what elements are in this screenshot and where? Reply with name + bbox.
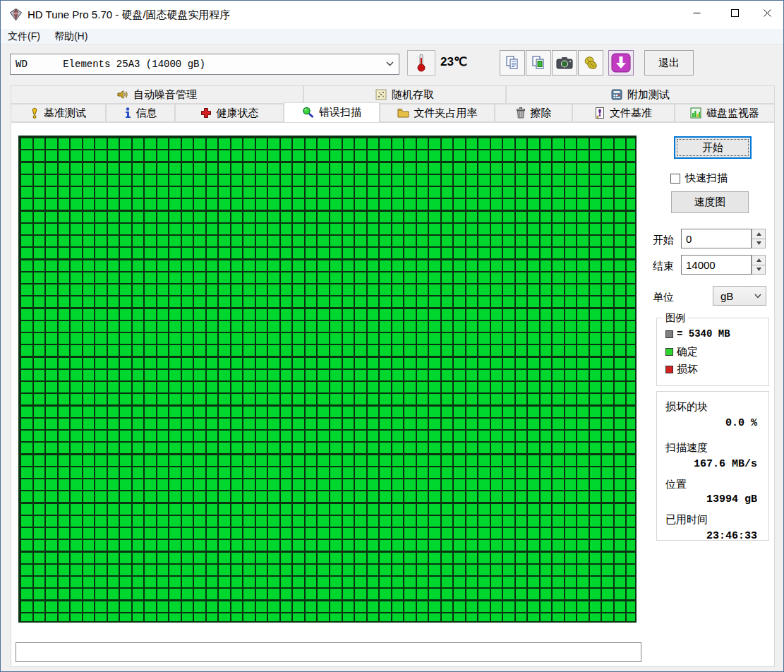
scan-block-grid	[18, 136, 637, 623]
tab-disk-monitor-label: 磁盘监视器	[706, 107, 759, 120]
app-window: HD Tune Pro 5.70 - 硬盘/固态硬盘实用程序 文件(F) 帮助(…	[0, 0, 784, 672]
tab-disk-monitor[interactable]: 磁盘监视器	[675, 104, 775, 122]
thermometer-icon	[416, 54, 426, 72]
bad-blocks-label: 损坏的块	[665, 400, 708, 414]
unit-selector[interactable]: gB	[713, 286, 766, 306]
legend-block-size: = 5340 MB	[677, 328, 730, 340]
close-button[interactable]	[751, 1, 783, 25]
tab-info-label: 信息	[136, 107, 157, 120]
tab-health-label: 健康状态	[217, 107, 259, 120]
block-swatch-icon	[665, 330, 673, 338]
tab-folder-usage-label: 文件夹占用率	[414, 107, 478, 120]
legend-bad-row: 损坏	[665, 363, 698, 376]
copy-screenshot-icon	[531, 55, 546, 71]
tab-info[interactable]: 信息	[106, 104, 175, 122]
copy-screenshot-button[interactable]	[526, 50, 551, 76]
donate-button[interactable]	[578, 50, 603, 76]
quick-scan-label: 快速扫描	[685, 172, 728, 185]
tab-health[interactable]: 健康状态	[175, 104, 284, 122]
tab-benchmark-label: 基准测试	[44, 107, 86, 120]
tab-aam[interactable]: 自动噪音管理	[11, 85, 303, 104]
bar-chart-icon	[690, 107, 701, 119]
tab-random-access[interactable]: 随机存取	[303, 85, 506, 104]
unit-label: 单位	[653, 291, 674, 304]
tab-erase-label: 擦除	[531, 107, 552, 120]
window-title: HD Tune Pro 5.70 - 硬盘/固态硬盘实用程序	[28, 8, 231, 22]
tab-erase[interactable]: 擦除	[495, 104, 572, 122]
tab-aam-label: 自动噪音管理	[133, 88, 197, 102]
quick-scan-row: 快速扫描	[670, 172, 728, 185]
chevron-down-icon	[386, 61, 394, 66]
minimize-button[interactable]	[680, 1, 713, 25]
copy-text-icon	[505, 55, 520, 71]
scan-speed-value: 167.6 MB/s	[694, 458, 757, 470]
menu-file[interactable]: 文件(F)	[1, 29, 47, 44]
trash-icon	[516, 107, 526, 119]
range-start-label: 开始	[653, 234, 674, 247]
position-value: 13994 gB	[706, 493, 757, 505]
status-bar	[16, 642, 641, 662]
temperature-value: 23℃	[440, 54, 467, 69]
scan-stats-box: 损坏的块 0.0 % 扫描速度 167.6 MB/s 位置 13994 gB 已…	[656, 391, 769, 541]
tab-error-scan[interactable]: 错误扫描	[284, 102, 380, 122]
position-label: 位置	[665, 478, 687, 491]
range-start-input[interactable]: 0	[681, 229, 752, 248]
app-icon	[10, 8, 22, 20]
legend-box: 图例 = 5340 MB 确定 损坏	[656, 318, 769, 386]
quick-scan-checkbox[interactable]	[670, 174, 680, 184]
elapsed-time-value: 23:46:33	[706, 530, 757, 542]
range-end-spinner	[752, 255, 766, 275]
maximize-icon	[731, 9, 739, 17]
update-button[interactable]	[608, 50, 634, 76]
spin-down-button[interactable]	[752, 239, 766, 249]
legend-ok-row: 确定	[665, 345, 698, 359]
speaker-icon	[117, 89, 128, 100]
range-start-spinner	[752, 229, 766, 248]
legend-ok-label: 确定	[677, 345, 698, 359]
spin-down-button[interactable]	[752, 265, 766, 275]
tab-file-benchmark[interactable]: 文件基准	[572, 104, 675, 122]
menu-bar: 文件(F) 帮助(H)	[1, 29, 783, 44]
temperature-button[interactable]	[407, 50, 435, 76]
bad-blocks-value: 0.0 %	[725, 417, 757, 429]
file-benchmark-icon	[595, 107, 605, 119]
tab-random-access-label: 随机存取	[392, 88, 434, 102]
start-scan-button[interactable]: 开始	[674, 136, 752, 159]
maximize-button[interactable]	[718, 1, 751, 25]
error-scan-page: 开始 快速扫描 速度图 开始 0 结束 14000 单位 gB 图例	[11, 122, 775, 667]
unit-selector-value: gB	[713, 290, 733, 302]
tab-extra-tests-label: 附加测试	[627, 88, 670, 102]
elapsed-time-label: 已用时间	[665, 513, 708, 527]
speed-map-button[interactable]: 速度图	[671, 191, 749, 213]
info-icon	[124, 107, 131, 119]
legend-bad-label: 损坏	[677, 363, 698, 376]
scan-speed-label: 扫描速度	[665, 441, 708, 455]
tab-benchmark[interactable]: 基准测试	[11, 104, 106, 122]
drive-selector-value: WD Elements 25A3 (14000 gB)	[11, 59, 205, 70]
range-end-label: 结束	[653, 260, 674, 273]
spin-up-button[interactable]	[752, 255, 766, 265]
legend-block-size-row: = 5340 MB	[665, 328, 730, 340]
tab-extra-tests[interactable]: 附加测试	[506, 85, 775, 104]
ok-swatch-icon	[665, 348, 673, 356]
range-end-input[interactable]: 14000	[681, 255, 752, 275]
health-cross-icon	[200, 107, 212, 119]
toolbar: WD Elements 25A3 (14000 gB) 23℃	[1, 44, 783, 82]
drive-selector[interactable]: WD Elements 25A3 (14000 gB)	[10, 54, 399, 75]
exit-button[interactable]: 退出	[644, 50, 694, 76]
update-download-icon	[611, 53, 631, 73]
menu-help[interactable]: 帮助(H)	[47, 29, 95, 44]
tab-error-scan-label: 错误扫描	[319, 106, 361, 119]
legend-title: 图例	[663, 312, 688, 325]
benchmark-icon	[30, 107, 39, 119]
magnifier-icon	[302, 107, 314, 119]
camera-button[interactable]	[552, 50, 577, 76]
title-bar: HD Tune Pro 5.70 - 硬盘/固态硬盘实用程序	[1, 1, 783, 29]
folder-icon	[397, 108, 409, 118]
close-icon	[764, 9, 771, 17]
scatter-icon	[375, 89, 387, 100]
camera-icon	[556, 56, 573, 69]
tab-folder-usage[interactable]: 文件夹占用率	[380, 104, 495, 122]
copy-text-button[interactable]	[500, 50, 525, 76]
spin-up-button[interactable]	[752, 229, 766, 239]
